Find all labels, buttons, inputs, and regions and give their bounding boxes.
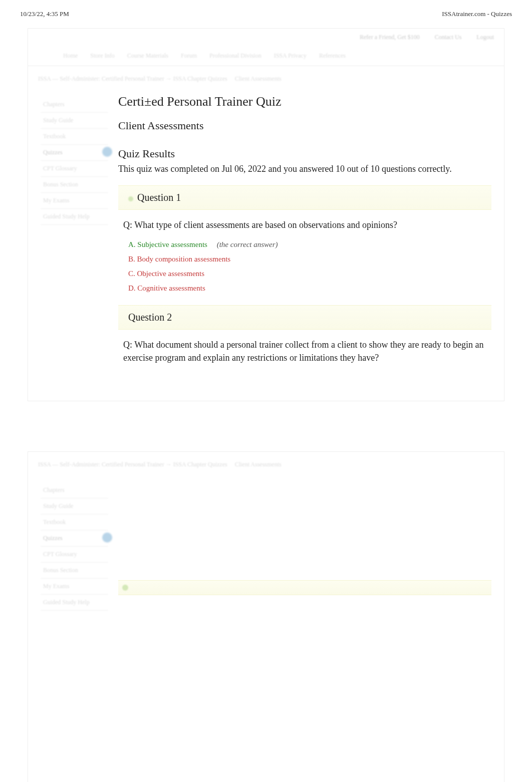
breadcrumb-current: Client Assessments bbox=[235, 75, 282, 83]
nav-materials[interactable]: Course Materials bbox=[127, 52, 168, 60]
breadcrumb: ISSA — Self-Administer: Certified Person… bbox=[28, 452, 504, 477]
question-1: Question 1 Q: What type of client assess… bbox=[118, 185, 491, 293]
answer-b: B. Body composition assessments bbox=[128, 255, 481, 264]
question-header: Question 1 bbox=[118, 185, 491, 210]
page-2: ISSA — Self-Administer: Certified Person… bbox=[28, 451, 504, 782]
sidebar-item-exams[interactable]: My Exams bbox=[41, 193, 108, 209]
nav-bar: Home Store Info Course Materials Forum P… bbox=[28, 46, 504, 66]
link-contact[interactable]: Contact Us bbox=[435, 34, 462, 41]
sidebar-item-textbook[interactable]: Textbook bbox=[41, 129, 108, 145]
question-header: Question 2 bbox=[118, 305, 491, 330]
print-datetime: 10/23/22, 4:35 PM bbox=[20, 10, 69, 18]
page-1: Refer a Friend, Get $100 Contact Us Logo… bbox=[28, 28, 504, 401]
sidebar-item-glossary[interactable]: CPT Glossary bbox=[41, 161, 108, 177]
sidebar-item-chapters[interactable]: Chapters bbox=[41, 97, 108, 113]
nav-store[interactable]: Store Info bbox=[90, 52, 114, 60]
print-title: ISSAtrainer.com - Quizzes bbox=[442, 10, 512, 18]
content-area: Chapters Study Guide Textbook Quizzes CP… bbox=[28, 477, 504, 678]
sidebar-item-label: Quizzes bbox=[43, 149, 63, 156]
badge-icon bbox=[102, 147, 112, 157]
answer-d: D. Cognitive assessments bbox=[128, 284, 481, 293]
question-text: Q: What document should a personal train… bbox=[118, 330, 491, 373]
nav-references[interactable]: References bbox=[319, 52, 346, 60]
quiz-title: Certi±ed Personal Trainer Quiz bbox=[118, 94, 491, 109]
checkmark-icon bbox=[122, 585, 128, 591]
breadcrumb-current: Client Assessments bbox=[235, 461, 282, 468]
answer-a: A. Subjective assessments (the correct a… bbox=[128, 240, 481, 249]
question-text: Q: What type of client assessments are b… bbox=[118, 210, 491, 240]
sidebar-item-glossary[interactable]: CPT Glossary bbox=[41, 547, 108, 563]
sidebar-item-textbook[interactable]: Textbook bbox=[41, 514, 108, 531]
question-2: Question 2 Q: What document should a per… bbox=[118, 305, 491, 373]
sidebar-item-bonus[interactable]: Bonus Section bbox=[41, 177, 108, 193]
breadcrumb-path[interactable]: ISSA — Self-Administer: Certified Person… bbox=[38, 461, 227, 468]
results-heading: Quiz Results bbox=[118, 147, 491, 160]
nav-privacy[interactable]: ISSA Privacy bbox=[274, 52, 307, 60]
print-header: 10/23/22, 4:35 PM ISSAtrainer.com - Quiz… bbox=[0, 0, 532, 28]
sidebar-item-chapters[interactable]: Chapters bbox=[41, 482, 108, 498]
nav-professional[interactable]: Professional Division bbox=[209, 52, 261, 60]
answers: A. Subjective assessments (the correct a… bbox=[118, 240, 491, 293]
answer-label: A. Subjective assessments bbox=[128, 240, 207, 248]
badge-icon bbox=[102, 533, 112, 543]
nav-forum[interactable]: Forum bbox=[181, 52, 197, 60]
top-links: Refer a Friend, Get $100 Contact Us Logo… bbox=[28, 29, 504, 46]
results-text: This quiz was completed on Jul 06, 2022 … bbox=[118, 163, 491, 175]
correct-note: (the correct answer) bbox=[217, 240, 278, 248]
sidebar-item-bonus[interactable]: Bonus Section bbox=[41, 563, 108, 579]
main-content: Certi±ed Personal Trainer Quiz Client As… bbox=[116, 92, 504, 401]
sidebar-item-quizzes[interactable]: Quizzes bbox=[41, 145, 108, 161]
sidebar-item-guided[interactable]: Guided Study Help bbox=[41, 595, 108, 611]
answer-c: C. Objective assessments bbox=[128, 270, 481, 278]
sidebar-item-studyguide[interactable]: Study Guide bbox=[41, 113, 108, 129]
sidebar-item-quizzes[interactable]: Quizzes bbox=[41, 531, 108, 547]
breadcrumb: ISSA — Self-Administer: Certified Person… bbox=[28, 66, 504, 92]
content-area: Chapters Study Guide Textbook Quizzes CP… bbox=[28, 92, 504, 401]
nav-home[interactable]: Home bbox=[63, 52, 78, 60]
quiz-subtitle: Client Assessments bbox=[118, 119, 491, 132]
link-logout[interactable]: Logout bbox=[476, 34, 494, 41]
sidebar: Chapters Study Guide Textbook Quizzes CP… bbox=[28, 92, 116, 401]
main-content bbox=[116, 477, 504, 678]
sidebar-item-exams[interactable]: My Exams bbox=[41, 579, 108, 595]
sidebar-item-guided[interactable]: Guided Study Help bbox=[41, 209, 108, 225]
sidebar-item-studyguide[interactable]: Study Guide bbox=[41, 498, 108, 514]
link-refer[interactable]: Refer a Friend, Get $100 bbox=[360, 34, 420, 41]
sidebar-item-label: Quizzes bbox=[43, 535, 63, 542]
question-header-partial bbox=[118, 580, 491, 595]
breadcrumb-path[interactable]: ISSA — Self-Administer: Certified Person… bbox=[38, 75, 227, 83]
sidebar: Chapters Study Guide Textbook Quizzes CP… bbox=[28, 477, 116, 678]
